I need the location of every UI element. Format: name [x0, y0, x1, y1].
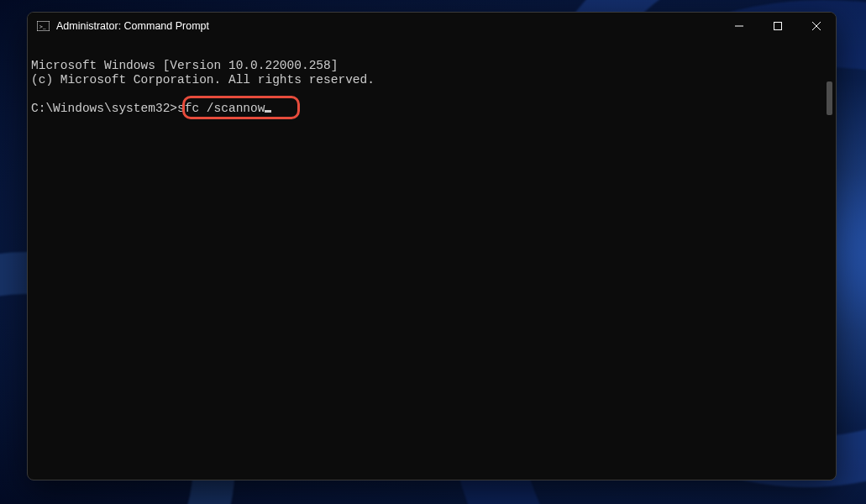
version-line: Microsoft Windows [Version 10.0.22000.25…: [31, 59, 338, 72]
typed-command: sfc /scannow: [177, 102, 265, 115]
cmd-icon: >_: [36, 19, 50, 33]
prompt-path: C:\Windows\system32>: [31, 102, 177, 115]
minimize-button[interactable]: [720, 13, 758, 39]
terminal-area[interactable]: Microsoft Windows [Version 10.0.22000.25…: [28, 39, 836, 480]
window-controls: [720, 13, 836, 39]
scrollbar-thumb[interactable]: [827, 81, 832, 115]
svg-text:>_: >_: [39, 24, 46, 30]
maximize-button[interactable]: [758, 13, 797, 39]
titlebar[interactable]: >_ Administrator: Command Prompt: [28, 13, 836, 39]
window-title: Administrator: Command Prompt: [56, 20, 720, 32]
svg-rect-3: [774, 23, 782, 30]
cursor: [265, 110, 271, 113]
copyright-line: (c) Microsoft Corporation. All rights re…: [31, 73, 375, 87]
close-button[interactable]: [797, 13, 836, 39]
command-prompt-window: >_ Administrator: Command Prompt Microso…: [27, 12, 837, 480]
